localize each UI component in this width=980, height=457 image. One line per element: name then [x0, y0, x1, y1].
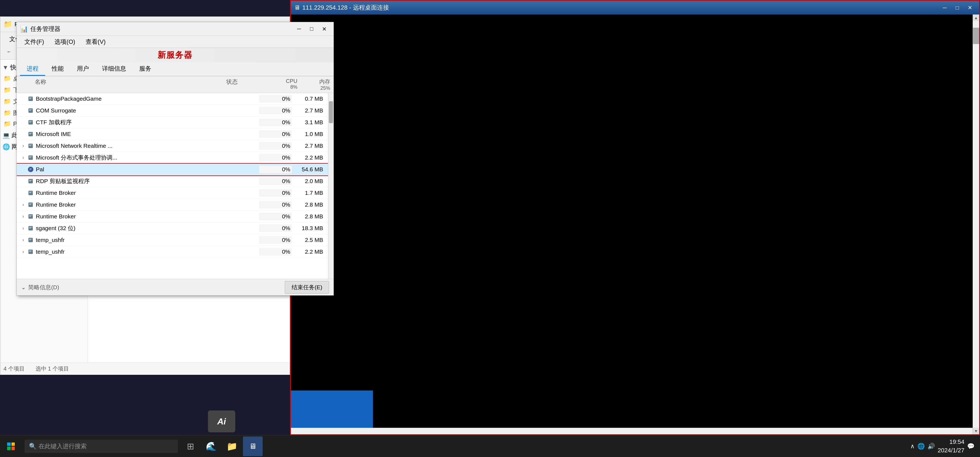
remote-maximize-button[interactable]: □	[951, 3, 963, 13]
remote-minimize-button[interactable]: ─	[939, 3, 951, 13]
tm-footer-info[interactable]: ⌄ 简略信息(D)	[21, 283, 59, 291]
table-row[interactable]: ›sgagent (32 位)0%18.3 MB	[17, 223, 328, 234]
remote-scrollbar-bottom[interactable]	[291, 428, 973, 434]
tray-up-arrow-icon[interactable]: ∧	[910, 443, 915, 450]
table-row[interactable]: ›Microsoft 分布式事务处理协调...0%2.2 MB	[17, 152, 328, 164]
start-button[interactable]	[0, 435, 22, 457]
scroll-up-arrow[interactable]: ▲	[973, 14, 979, 21]
taskbar-task-view[interactable]: ⊞	[181, 436, 200, 456]
process-cpu: 0%	[259, 201, 292, 209]
tm-window-controls: ─ □ ✕	[293, 24, 330, 34]
table-row[interactable]: RDP 剪贴板监视程序0%2.0 MB	[17, 175, 328, 187]
remote-monitor-icon: 🖥	[294, 4, 300, 11]
tm-maximize-button[interactable]: □	[305, 24, 318, 34]
process-memory: 2.7 MB	[292, 142, 325, 150]
process-icon	[27, 155, 35, 160]
chevron-down-icon: ▼	[2, 64, 8, 71]
tm-process-list: BootstrapPackagedGame0%0.7 MBCOM Surroga…	[17, 93, 328, 279]
process-memory: 18.3 MB	[292, 225, 325, 232]
process-cpu: 0%	[259, 142, 292, 150]
process-cpu: 0%	[259, 166, 292, 173]
svg-rect-28	[32, 203, 32, 204]
svg-rect-5	[32, 109, 32, 110]
table-row[interactable]: BootstrapPackagedGame0%0.7 MB	[17, 93, 328, 105]
expand-icon: ›	[20, 214, 27, 219]
scroll-thumb-vertical[interactable]	[973, 28, 979, 44]
table-row[interactable]: ›temp_ushfr0%2.5 MB	[17, 234, 328, 246]
taskbar-edge[interactable]: 🌊	[201, 436, 221, 456]
tm-scrollbar[interactable]	[328, 93, 334, 279]
tm-close-button[interactable]: ✕	[318, 24, 330, 34]
taskbar-explorer[interactable]: 📁	[222, 436, 242, 456]
svg-rect-7	[29, 121, 31, 123]
taskbar-search-box[interactable]: 🔍 在此键入进行搜索	[25, 440, 178, 453]
tm-menu-options[interactable]: 选项(O)	[50, 36, 80, 48]
svg-rect-17	[32, 156, 32, 157]
table-row[interactable]: ›Runtime Broker0%2.8 MB	[17, 199, 328, 211]
process-cpu: 0%	[259, 213, 292, 220]
remote-close-button[interactable]: ✕	[964, 3, 976, 13]
tab-services[interactable]: 服务	[133, 62, 158, 76]
fe-item-count: 4 个项目	[3, 365, 25, 373]
volume-tray-icon[interactable]: 🔊	[928, 443, 935, 450]
table-row[interactable]: ›Runtime Broker0%2.8 MB	[17, 211, 328, 223]
tab-users[interactable]: 用户	[70, 62, 95, 76]
process-cpu: 0%	[259, 189, 292, 197]
table-row[interactable]: COM Surrogate0%2.7 MB	[17, 105, 328, 116]
process-cpu: 0%	[259, 225, 292, 232]
svg-rect-37	[32, 239, 32, 239]
tm-icon: 📊	[20, 25, 28, 33]
table-row[interactable]: Runtime Broker0%1.7 MB	[17, 187, 328, 199]
svg-rect-40	[32, 250, 32, 251]
notification-icon[interactable]: 💬	[967, 443, 975, 450]
windows-logo-icon	[7, 443, 15, 450]
tm-content: 名称 状态 CPU 8% 内存 25% BootstrapPackagedGam…	[17, 76, 334, 279]
taskbar-server-app[interactable]: 🖥	[243, 436, 262, 456]
table-row[interactable]: ›temp_ushfr0%2.2 MB	[17, 246, 328, 258]
table-row[interactable]: Microsoft IME0%1.0 MB	[17, 128, 328, 140]
svg-rect-33	[29, 227, 31, 228]
process-name: temp_ushfr	[35, 248, 221, 255]
svg-rect-2	[32, 97, 32, 98]
process-cpu: 0%	[259, 236, 292, 244]
svg-rect-1	[29, 97, 31, 99]
tab-performance[interactable]: 性能	[45, 62, 70, 76]
table-row[interactable]: CTF 加载程序0%3.1 MB	[17, 116, 328, 128]
tm-name-col-header[interactable]: 名称	[27, 78, 226, 91]
svg-rect-21	[29, 180, 31, 182]
taskbar-clock[interactable]: 19:54 2024/1/27	[938, 438, 964, 455]
tm-menu-file[interactable]: 文件(F)	[20, 36, 48, 48]
scroll-down-arrow[interactable]: ▼	[973, 428, 979, 434]
tm-scroll-thumb[interactable]	[329, 101, 333, 123]
process-name: Microsoft Network Realtime ...	[35, 143, 221, 149]
table-row[interactable]: ›Microsoft Network Realtime ...0%2.7 MB	[17, 140, 328, 152]
tm-end-task-button[interactable]: 结束任务(E)	[285, 281, 329, 294]
remote-scrollbar-right[interactable]: ▲ ▼	[973, 14, 979, 434]
network-icon: 🌐	[2, 143, 10, 151]
expand-icon: ›	[20, 202, 27, 207]
expand-icon: ›	[20, 237, 27, 242]
tm-menu-view[interactable]: 查看(V)	[81, 36, 110, 48]
remote-desktop-content[interactable]: ▲ ▼	[291, 14, 979, 434]
tab-process[interactable]: 进程	[20, 62, 45, 76]
expand-icon: ›	[20, 143, 27, 148]
tm-status-col-header[interactable]: 状态	[226, 78, 264, 91]
process-name: Microsoft 分布式事务处理协调...	[35, 154, 221, 161]
tm-minimize-button[interactable]: ─	[293, 24, 305, 34]
computer-icon: 💻	[2, 132, 10, 139]
process-cpu: 0%	[259, 118, 292, 126]
table-row[interactable]: PPal0%54.6 MB	[17, 164, 328, 175]
svg-rect-14	[32, 145, 32, 145]
task-manager-window: 📊 任务管理器 ─ □ ✕ 文件(F) 选项(O) 查看(V) 新服务器 进程 …	[16, 22, 334, 296]
docs-folder-icon: 📁	[3, 98, 11, 105]
tab-details[interactable]: 详细信息	[95, 62, 133, 76]
svg-rect-25	[32, 191, 32, 193]
process-name: Runtime Broker	[35, 189, 221, 196]
process-icon	[27, 190, 35, 196]
tm-cpu-col-header[interactable]: CPU 8%	[264, 78, 298, 91]
fe-back-button[interactable]: ←	[3, 47, 14, 57]
tm-mem-col-header[interactable]: 内存 25%	[298, 78, 330, 91]
process-memory: 3.1 MB	[292, 118, 325, 126]
process-name: Runtime Broker	[35, 213, 221, 220]
tm-title-text: 任务管理器	[30, 25, 60, 33]
